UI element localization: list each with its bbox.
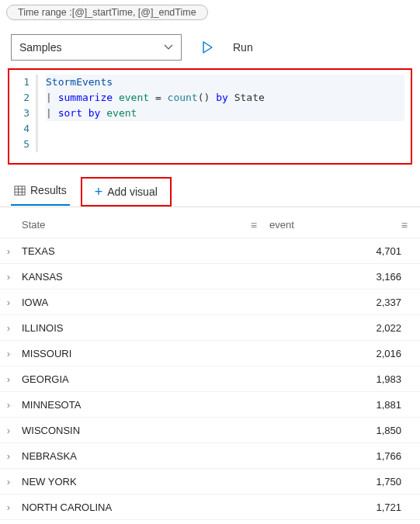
code-token: count [168, 92, 198, 103]
code-token: event [119, 92, 149, 103]
results-table: State ≡ event ≡ ›TEXAS4,701›KANSAS3,166›… [0, 207, 420, 524]
expand-row-icon[interactable]: › [0, 450, 17, 462]
editor-gutter: 12345 [16, 75, 36, 152]
expand-row-icon[interactable]: › [0, 373, 17, 385]
line-number: 3 [16, 106, 30, 121]
code-token: event [106, 107, 137, 119]
expand-row-icon[interactable]: › [0, 271, 17, 283]
expand-row-icon[interactable]: › [0, 245, 17, 257]
expand-row-icon[interactable]: › [0, 399, 17, 411]
run-label: Run [233, 41, 253, 54]
code-token: = [149, 92, 167, 103]
cell-state: NEBRASKA [17, 450, 358, 462]
tab-results-label: Results [30, 184, 67, 196]
run-button[interactable] [196, 36, 219, 59]
expand-row-icon[interactable]: › [0, 297, 17, 308]
cell-event: 1,721 [358, 501, 420, 513]
code-line[interactable] [46, 137, 404, 152]
cell-state: KANSAS [17, 271, 358, 283]
line-number: 4 [16, 121, 30, 137]
chevron-down-icon [164, 43, 173, 52]
cell-state: NEW YORK [17, 476, 358, 488]
code-line[interactable]: StormEvents [46, 75, 404, 90]
column-header-event[interactable]: event ≡ [265, 219, 420, 231]
cell-event: 2,337 [358, 297, 420, 308]
samples-dropdown-label: Samples [19, 41, 61, 54]
code-token: | [46, 92, 58, 103]
line-number: 5 [16, 137, 30, 152]
expand-row-icon[interactable]: › [0, 348, 17, 359]
table-row[interactable]: ›GEORGIA1,983 [0, 366, 420, 392]
cell-event: 1,983 [358, 373, 420, 385]
cell-state: GEORGIA [17, 373, 358, 385]
code-line[interactable] [46, 121, 404, 137]
table-icon [14, 185, 26, 196]
cell-state: MISSOURI [17, 348, 358, 359]
add-visual-label: Add visual [107, 186, 158, 198]
column-header-state[interactable]: State ≡ [17, 219, 265, 231]
code-line[interactable]: | summarize event = count() by State [46, 90, 404, 106]
cell-state: NORTH CAROLINA [17, 501, 358, 513]
table-row[interactable]: ›TEXAS4,701 [0, 238, 420, 264]
line-number: 2 [16, 90, 30, 106]
line-number: 1 [16, 75, 30, 90]
code-line[interactable]: | sort by event [46, 106, 404, 121]
cell-event: 2,016 [358, 348, 420, 359]
table-row[interactable]: ›NEBRASKA1,766 [0, 443, 420, 469]
cell-event: 2,022 [358, 322, 420, 334]
expand-row-icon[interactable]: › [0, 501, 17, 513]
cell-state: WISCONSIN [17, 425, 358, 436]
add-visual-highlight: + Add visual [81, 177, 172, 206]
editor-lines[interactable]: StormEvents| summarize event = count() b… [36, 75, 404, 152]
cell-state: IOWA [17, 297, 358, 308]
code-token: () [198, 92, 216, 103]
table-row[interactable]: ›ILLINOIS2,022 [0, 315, 420, 341]
time-range-prefix: Time range : [18, 7, 72, 18]
column-menu-icon[interactable]: ≡ [251, 219, 257, 231]
table-row[interactable]: ›OKLAHOMA1,716 [0, 520, 420, 524]
expand-row-icon[interactable]: › [0, 476, 17, 488]
expand-row-icon[interactable]: › [0, 425, 17, 436]
plus-icon: + [95, 185, 103, 199]
tabs-row: Results + Add visual [0, 175, 420, 207]
cell-event: 1,881 [358, 399, 420, 411]
tab-results[interactable]: Results [11, 178, 70, 206]
expand-row-icon[interactable]: › [0, 322, 17, 334]
table-header: State ≡ event ≡ [0, 212, 420, 238]
table-row[interactable]: ›NORTH CAROLINA1,721 [0, 495, 420, 520]
table-row[interactable]: ›IOWA2,337 [0, 290, 420, 315]
code-token: StormEvents [46, 76, 113, 88]
table-row[interactable]: ›WISCONSIN1,850 [0, 418, 420, 443]
cell-state: ILLINOIS [17, 322, 358, 334]
toolbar: Samples Run [0, 29, 420, 68]
cell-state: MINNESOTA [17, 399, 358, 411]
table-row[interactable]: ›NEW YORK1,750 [0, 469, 420, 495]
samples-dropdown[interactable]: Samples [11, 34, 182, 61]
column-menu-icon[interactable]: ≡ [401, 219, 408, 231]
table-row[interactable]: ›MISSOURI2,016 [0, 341, 420, 366]
column-header-state-label: State [22, 219, 45, 231]
time-range-value: [@]_startTime, [@]_endTime [72, 7, 196, 18]
column-header-event-label: event [269, 219, 294, 231]
svg-rect-0 [15, 186, 25, 194]
cell-event: 1,750 [358, 476, 420, 488]
code-token: State [228, 92, 265, 103]
cell-event: 1,850 [358, 425, 420, 436]
time-range-pill[interactable]: Time range : [@]_startTime, [@]_endTime [6, 5, 208, 20]
cell-event: 1,766 [358, 450, 420, 462]
code-token: sort by [58, 107, 101, 119]
table-row[interactable]: ›KANSAS3,166 [0, 264, 420, 290]
code-token [113, 92, 119, 103]
table-row[interactable]: ›MINNESOTA1,881 [0, 392, 420, 418]
play-icon [201, 41, 213, 54]
cell-event: 3,166 [358, 271, 420, 283]
cell-event: 4,701 [358, 245, 420, 257]
query-editor[interactable]: 12345 StormEvents| summarize event = cou… [8, 68, 412, 165]
cell-state: TEXAS [17, 245, 358, 257]
code-token: | [46, 107, 58, 119]
add-visual-button[interactable]: + Add visual [90, 180, 162, 203]
code-token: summarize [58, 92, 113, 103]
code-token: by [216, 92, 228, 103]
